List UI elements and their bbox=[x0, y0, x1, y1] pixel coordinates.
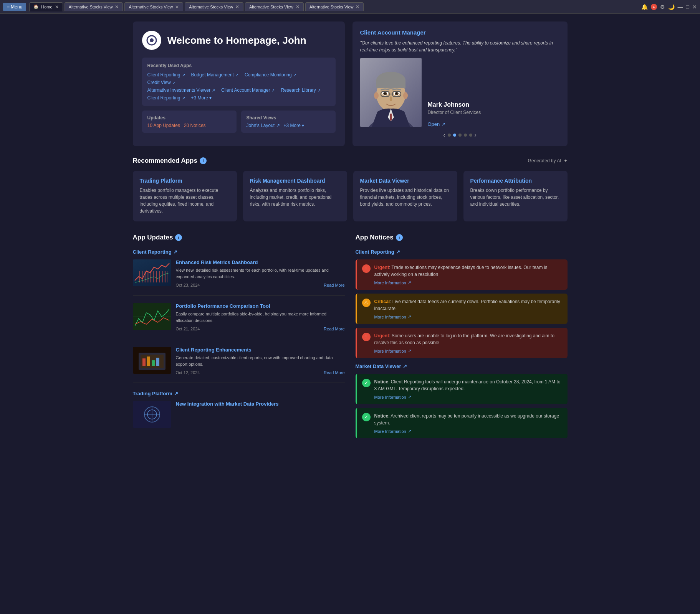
notice-more-btn-4[interactable]: More Information ↗ bbox=[374, 394, 411, 399]
settings-btn[interactable]: ⚙ bbox=[660, 4, 665, 10]
maximize-btn[interactable]: □ bbox=[686, 4, 689, 10]
read-more-2[interactable]: Read More bbox=[324, 327, 344, 331]
app-links-row3: Client Reporting ↗ +3 More ▾ bbox=[147, 95, 330, 101]
external-icon: ↗ bbox=[182, 96, 185, 100]
app-updates-count[interactable]: 10 App Updates bbox=[147, 123, 180, 128]
notice-more-btn-1[interactable]: More Information ↗ bbox=[374, 280, 411, 285]
notice-body-2: Critical: Live market data feeds are cur… bbox=[374, 298, 562, 319]
read-more-1[interactable]: Read More bbox=[324, 283, 344, 287]
carousel-dot-5[interactable] bbox=[469, 134, 472, 137]
more-shared-views-button[interactable]: +3 More ▾ bbox=[284, 123, 304, 128]
app-link-credit-view[interactable]: Credit View ↗ bbox=[147, 80, 175, 85]
main-content: Welcome to Homepage, John Recently Used … bbox=[124, 14, 577, 451]
tab-close-3[interactable]: ✕ bbox=[235, 4, 239, 10]
carousel-dot-3[interactable] bbox=[458, 134, 462, 137]
tab-label: Alternative Stocks View bbox=[309, 5, 354, 9]
notice-critical-icon: ⚠ bbox=[362, 299, 371, 307]
home-icon: 🏠 bbox=[33, 4, 39, 9]
carousel-dot-4[interactable] bbox=[464, 134, 467, 137]
notice-item-5: ✓ Notice: Archived client reports may be… bbox=[356, 408, 568, 438]
updates-group-trading[interactable]: Trading Platform ↗ bbox=[133, 391, 345, 396]
menu-button[interactable]: ≡ Menu bbox=[3, 3, 26, 11]
external-icon: ↗ bbox=[212, 88, 215, 92]
theme-btn[interactable]: 🌙 bbox=[668, 4, 675, 10]
tab-close-home[interactable]: ✕ bbox=[55, 4, 59, 10]
rec-app-trading[interactable]: Trading Platform Enables portfolio manag… bbox=[133, 171, 237, 221]
tab-close-1[interactable]: ✕ bbox=[115, 4, 119, 10]
notices-count[interactable]: 20 Notices bbox=[184, 123, 206, 128]
tab-alt-stocks-3[interactable]: Alternative Stocks View ✕ bbox=[185, 2, 243, 11]
notice-text-2: Critical: Live market data feeds are cur… bbox=[374, 298, 562, 312]
update-title-2[interactable]: Portfolio Performance Comparison Tool bbox=[176, 303, 345, 309]
update-title-1[interactable]: Enhanced Risk Metrics Dashboard bbox=[176, 259, 345, 265]
app-link-client-reporting-2[interactable]: Client Reporting ↗ bbox=[147, 95, 185, 101]
notice-urgent-icon-2: ! bbox=[362, 333, 371, 341]
update-desc-3: Generate detailed, customizable client r… bbox=[176, 355, 345, 367]
rec-app-risk[interactable]: Risk Management Dashboard Analyzes and m… bbox=[243, 171, 347, 221]
recently-used-label: Recently Used Apps bbox=[147, 63, 330, 68]
tab-close-2[interactable]: ✕ bbox=[175, 4, 179, 10]
close-btn[interactable]: ✕ bbox=[692, 4, 697, 10]
update-thumb-4 bbox=[133, 401, 171, 428]
update-item-1: Enhanced Risk Metrics Dashboard View new… bbox=[133, 259, 345, 295]
notices-group-client-reporting[interactable]: Client Reporting ↗ bbox=[356, 249, 568, 255]
tab-home[interactable]: 🏠 Home ✕ bbox=[29, 2, 63, 12]
rec-app-perf-attr[interactable]: Performance Attribution Breaks down port… bbox=[463, 171, 568, 221]
tab-alt-stocks-1[interactable]: Alternative Stocks View ✕ bbox=[65, 2, 123, 11]
app-link-budget[interactable]: Budget Management ↗ bbox=[191, 72, 238, 78]
profile-card-title: Client Account Manager bbox=[360, 29, 560, 36]
app-link-alt-inv[interactable]: Alternative Investments Viewer ↗ bbox=[147, 87, 215, 93]
external-icon: ↗ bbox=[403, 363, 407, 369]
notice-body-5: Notice: Archived client reports may be t… bbox=[374, 413, 562, 434]
tab-label: Alternative Stocks View bbox=[129, 5, 173, 9]
svg-point-18 bbox=[384, 92, 386, 94]
carousel-dot-2[interactable] bbox=[453, 134, 456, 137]
carousel-dot-1[interactable] bbox=[448, 134, 451, 137]
external-icon: ↗ bbox=[408, 348, 411, 353]
updates-group-client-reporting[interactable]: Client Reporting ↗ bbox=[133, 249, 345, 255]
read-more-3[interactable]: Read More bbox=[324, 370, 344, 375]
app-links-row2: Alternative Investments Viewer ↗ Client … bbox=[147, 87, 330, 93]
external-icon: ↗ bbox=[318, 88, 321, 92]
recommended-info-icon[interactable]: i bbox=[200, 157, 207, 164]
profile-job-title: Director of Client Services bbox=[428, 110, 560, 115]
tab-close-5[interactable]: ✕ bbox=[356, 4, 359, 10]
notice-more-btn-2[interactable]: More Information ↗ bbox=[374, 314, 411, 319]
more-apps-button[interactable]: +3 More ▾ bbox=[191, 95, 212, 101]
notice-text-3: Urgent: Some users are unable to log in … bbox=[374, 332, 562, 346]
app-link-client-reporting[interactable]: Client Reporting ↗ bbox=[147, 72, 185, 78]
carousel-next-button[interactable]: › bbox=[475, 132, 477, 139]
tab-close-4[interactable]: ✕ bbox=[296, 4, 300, 10]
notice-body-4: Notice: Client Reporting tools will unde… bbox=[374, 378, 562, 399]
app-links-row1: Client Reporting ↗ Budget Management ↗ C… bbox=[147, 72, 330, 85]
profile-card: Client Account Manager "Our clients love… bbox=[352, 21, 568, 146]
shared-views-box: Shared Views John's Layout ↗ +3 More ▾ bbox=[241, 111, 336, 133]
update-footer-2: Oct 21, 2024 Read More bbox=[176, 327, 345, 331]
external-link-icon: ↗ bbox=[441, 121, 445, 127]
svg-rect-32 bbox=[152, 360, 155, 366]
app-updates-info-icon[interactable]: i bbox=[175, 234, 182, 241]
carousel-prev-button[interactable]: ‹ bbox=[443, 132, 445, 139]
recommended-apps-grid: Trading Platform Enables portfolio manag… bbox=[133, 171, 568, 221]
update-title-3[interactable]: Client Reporting Enhancements bbox=[176, 347, 345, 353]
johns-layout-link[interactable]: John's Layout ↗ bbox=[247, 123, 280, 128]
app-link-client-acct[interactable]: Client Account Manager ↗ bbox=[221, 87, 275, 93]
rec-app-market-data-title: Market Data Viewer bbox=[360, 178, 450, 184]
notification-btn[interactable]: 🔔 bbox=[641, 4, 648, 10]
app-link-compliance[interactable]: Compliance Monitoring ↗ bbox=[245, 72, 296, 78]
app-notices-title: App Notices i bbox=[356, 234, 403, 241]
tab-alt-stocks-2[interactable]: Alternative Stocks View ✕ bbox=[124, 2, 183, 11]
notice-more-btn-3[interactable]: More Information ↗ bbox=[374, 348, 411, 353]
minimize-btn[interactable]: — bbox=[678, 4, 683, 10]
rec-app-market-data[interactable]: Market Data Viewer Provides live updates… bbox=[353, 171, 457, 221]
app-link-research[interactable]: Research Library ↗ bbox=[281, 87, 320, 93]
notice-more-btn-5[interactable]: More Information ↗ bbox=[374, 429, 411, 434]
app-notices-info-icon[interactable]: i bbox=[396, 234, 403, 241]
profile-open-button[interactable]: Open ↗ bbox=[428, 121, 446, 127]
svg-rect-23 bbox=[133, 259, 171, 286]
update-title-4[interactable]: New Integration with Market Data Provide… bbox=[176, 401, 345, 407]
external-icon: ↗ bbox=[408, 280, 411, 285]
tab-alt-stocks-4[interactable]: Alternative Stocks View ✕ bbox=[245, 2, 304, 11]
tab-alt-stocks-5[interactable]: Alternative Stocks View ✕ bbox=[305, 2, 364, 11]
notices-group-market-data[interactable]: Market Data Viewer ↗ bbox=[356, 363, 568, 369]
